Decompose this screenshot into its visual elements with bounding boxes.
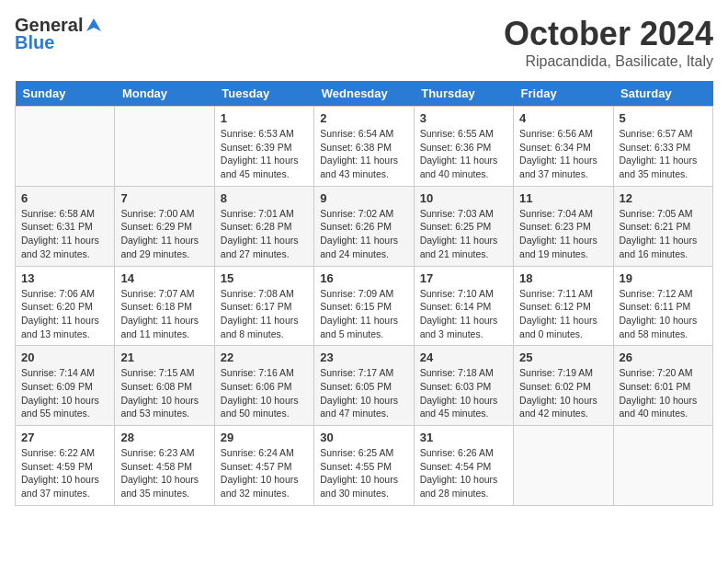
calendar-cell: 18Sunrise: 7:11 AMSunset: 6:12 PMDayligh… (514, 266, 613, 346)
weekday-header-wednesday: Wednesday (314, 81, 414, 107)
day-info: Sunrise: 7:00 AMSunset: 6:29 PMDaylight:… (120, 207, 208, 261)
day-number: 15 (221, 271, 308, 285)
logo-bird-icon (85, 17, 103, 35)
calendar-cell: 24Sunrise: 7:18 AMSunset: 6:03 PMDayligh… (414, 346, 513, 426)
title-block: October 2024 Ripacandida, Basilicate, It… (504, 15, 713, 70)
day-number: 1 (221, 111, 308, 125)
day-info: Sunrise: 7:20 AMSunset: 6:01 PMDaylight:… (620, 366, 707, 420)
calendar-cell: 31Sunrise: 6:26 AMSunset: 4:54 PMDayligh… (414, 426, 513, 506)
calendar-cell: 5Sunrise: 6:57 AMSunset: 6:33 PMDaylight… (613, 107, 712, 187)
calendar-cell: 8Sunrise: 7:01 AMSunset: 6:28 PMDaylight… (214, 186, 313, 266)
day-number: 22 (221, 350, 308, 364)
weekday-header-monday: Monday (115, 81, 214, 107)
day-info: Sunrise: 6:22 AMSunset: 4:59 PMDaylight:… (21, 446, 108, 500)
day-number: 21 (120, 350, 208, 364)
day-info: Sunrise: 6:53 AMSunset: 6:39 PMDaylight:… (221, 127, 308, 181)
calendar-cell: 15Sunrise: 7:08 AMSunset: 6:17 PMDayligh… (214, 266, 313, 346)
day-number: 9 (320, 191, 407, 205)
calendar-cell: 22Sunrise: 7:16 AMSunset: 6:06 PMDayligh… (214, 346, 313, 426)
day-info: Sunrise: 7:02 AMSunset: 6:26 PMDaylight:… (320, 207, 407, 261)
day-number: 19 (620, 271, 707, 285)
logo-blue-text: Blue (15, 32, 54, 53)
week-row-3: 13Sunrise: 7:06 AMSunset: 6:20 PMDayligh… (16, 266, 713, 346)
calendar-cell: 17Sunrise: 7:10 AMSunset: 6:14 PMDayligh… (414, 266, 513, 346)
day-info: Sunrise: 7:16 AMSunset: 6:06 PMDaylight:… (221, 366, 308, 420)
day-info: Sunrise: 7:01 AMSunset: 6:28 PMDaylight:… (221, 207, 308, 261)
weekday-header-sunday: Sunday (16, 81, 115, 107)
calendar-cell: 4Sunrise: 6:56 AMSunset: 6:34 PMDaylight… (514, 107, 613, 187)
svg-marker-0 (86, 18, 101, 31)
day-number: 18 (519, 271, 607, 285)
day-number: 5 (620, 111, 707, 125)
calendar-table: SundayMondayTuesdayWednesdayThursdayFrid… (15, 81, 713, 506)
day-info: Sunrise: 6:23 AMSunset: 4:58 PMDaylight:… (120, 446, 208, 500)
calendar-cell: 23Sunrise: 7:17 AMSunset: 6:05 PMDayligh… (314, 346, 414, 426)
calendar-cell: 26Sunrise: 7:20 AMSunset: 6:01 PMDayligh… (613, 346, 712, 426)
week-row-1: 1Sunrise: 6:53 AMSunset: 6:39 PMDaylight… (16, 107, 713, 187)
calendar-cell: 7Sunrise: 7:00 AMSunset: 6:29 PMDaylight… (115, 186, 214, 266)
calendar-cell: 3Sunrise: 6:55 AMSunset: 6:36 PMDaylight… (414, 107, 513, 187)
day-number: 31 (420, 431, 507, 444)
day-number: 29 (221, 431, 308, 444)
day-number: 24 (420, 350, 507, 364)
week-row-5: 27Sunrise: 6:22 AMSunset: 4:59 PMDayligh… (16, 426, 713, 506)
day-info: Sunrise: 6:57 AMSunset: 6:33 PMDaylight:… (620, 127, 707, 181)
week-row-4: 20Sunrise: 7:14 AMSunset: 6:09 PMDayligh… (16, 346, 713, 426)
day-number: 27 (21, 431, 108, 444)
day-number: 13 (21, 271, 108, 285)
day-info: Sunrise: 7:17 AMSunset: 6:05 PMDaylight:… (320, 366, 407, 420)
calendar-cell: 29Sunrise: 6:24 AMSunset: 4:57 PMDayligh… (214, 426, 313, 506)
day-number: 26 (620, 350, 707, 364)
day-info: Sunrise: 6:24 AMSunset: 4:57 PMDaylight:… (221, 446, 308, 500)
weekday-header-friday: Friday (514, 81, 613, 107)
day-number: 3 (420, 111, 507, 125)
day-number: 10 (420, 191, 507, 205)
calendar-cell: 27Sunrise: 6:22 AMSunset: 4:59 PMDayligh… (16, 426, 115, 506)
day-info: Sunrise: 7:09 AMSunset: 6:15 PMDaylight:… (320, 287, 407, 341)
day-number: 6 (21, 191, 108, 205)
day-number: 14 (120, 271, 208, 285)
calendar-cell (613, 426, 712, 506)
day-info: Sunrise: 7:14 AMSunset: 6:09 PMDaylight:… (21, 366, 108, 420)
month-title: October 2024 (504, 15, 713, 53)
calendar-cell: 2Sunrise: 6:54 AMSunset: 6:38 PMDaylight… (314, 107, 414, 187)
day-info: Sunrise: 7:18 AMSunset: 6:03 PMDaylight:… (420, 366, 507, 420)
calendar-cell: 1Sunrise: 6:53 AMSunset: 6:39 PMDaylight… (214, 107, 313, 187)
calendar-cell: 28Sunrise: 6:23 AMSunset: 4:58 PMDayligh… (115, 426, 214, 506)
day-info: Sunrise: 7:06 AMSunset: 6:20 PMDaylight:… (21, 287, 108, 341)
day-number: 17 (420, 271, 507, 285)
day-info: Sunrise: 6:56 AMSunset: 6:34 PMDaylight:… (519, 127, 607, 181)
day-info: Sunrise: 6:54 AMSunset: 6:38 PMDaylight:… (320, 127, 407, 181)
day-number: 12 (620, 191, 707, 205)
day-info: Sunrise: 6:26 AMSunset: 4:54 PMDaylight:… (420, 446, 507, 500)
day-number: 30 (320, 431, 407, 444)
day-info: Sunrise: 7:08 AMSunset: 6:17 PMDaylight:… (221, 287, 308, 341)
day-number: 8 (221, 191, 308, 205)
calendar-cell: 6Sunrise: 6:58 AMSunset: 6:31 PMDaylight… (16, 186, 115, 266)
day-info: Sunrise: 7:03 AMSunset: 6:25 PMDaylight:… (420, 207, 507, 261)
calendar-cell: 13Sunrise: 7:06 AMSunset: 6:20 PMDayligh… (16, 266, 115, 346)
week-row-2: 6Sunrise: 6:58 AMSunset: 6:31 PMDaylight… (16, 186, 713, 266)
calendar-cell (514, 426, 613, 506)
calendar-cell (16, 107, 115, 187)
day-info: Sunrise: 7:07 AMSunset: 6:18 PMDaylight:… (120, 287, 208, 341)
calendar-cell: 12Sunrise: 7:05 AMSunset: 6:21 PMDayligh… (613, 186, 712, 266)
day-number: 11 (519, 191, 607, 205)
day-info: Sunrise: 6:55 AMSunset: 6:36 PMDaylight:… (420, 127, 507, 181)
location-title: Ripacandida, Basilicate, Italy (504, 53, 713, 70)
day-number: 25 (519, 350, 607, 364)
day-info: Sunrise: 7:10 AMSunset: 6:14 PMDaylight:… (420, 287, 507, 341)
day-info: Sunrise: 7:15 AMSunset: 6:08 PMDaylight:… (120, 366, 208, 420)
calendar-cell: 16Sunrise: 7:09 AMSunset: 6:15 PMDayligh… (314, 266, 414, 346)
calendar-cell: 25Sunrise: 7:19 AMSunset: 6:02 PMDayligh… (514, 346, 613, 426)
day-number: 23 (320, 350, 407, 364)
day-number: 28 (120, 431, 208, 444)
weekday-header-thursday: Thursday (414, 81, 513, 107)
weekday-header-saturday: Saturday (613, 81, 712, 107)
calendar-cell: 14Sunrise: 7:07 AMSunset: 6:18 PMDayligh… (115, 266, 214, 346)
day-number: 2 (320, 111, 407, 125)
calendar-cell (115, 107, 214, 187)
day-info: Sunrise: 6:25 AMSunset: 4:55 PMDaylight:… (320, 446, 407, 500)
calendar-cell: 11Sunrise: 7:04 AMSunset: 6:23 PMDayligh… (514, 186, 613, 266)
calendar-cell: 30Sunrise: 6:25 AMSunset: 4:55 PMDayligh… (314, 426, 414, 506)
